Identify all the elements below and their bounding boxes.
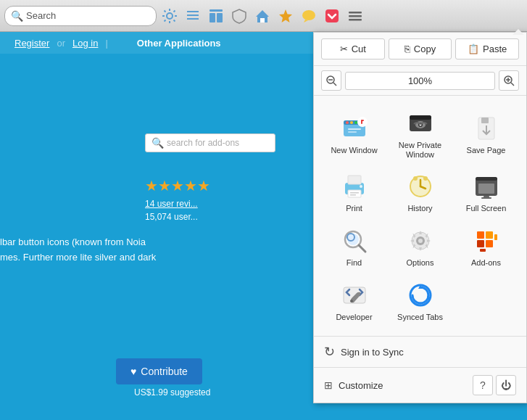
- customize-button[interactable]: ⊞ Customize: [324, 379, 467, 391]
- search-icon: 🔍: [11, 10, 23, 22]
- print-label: Print: [346, 204, 362, 213]
- search-addon-box[interactable]: 🔍 search for add-ons: [145, 133, 275, 152]
- svg-point-69: [350, 300, 353, 302]
- toolbar-chat-icon[interactable]: [299, 6, 319, 26]
- menu-edit-row: ✂ Cut ⎘ Copy 📋 Paste: [314, 33, 526, 66]
- description-line1: lbar button icons (known from Noia: [0, 235, 156, 250]
- find-label: Find: [347, 258, 362, 268]
- menu-item-history[interactable]: History: [387, 165, 453, 220]
- search-addon-placeholder: search for add-ons: [167, 138, 239, 148]
- svg-rect-2: [187, 15, 199, 16]
- contribute-label: Contribute: [141, 366, 188, 377]
- nav-other-apps[interactable]: Other Applications: [137, 38, 221, 49]
- svg-rect-27: [348, 131, 357, 133]
- svg-point-9: [302, 10, 315, 20]
- svg-rect-3: [187, 18, 199, 20]
- svg-rect-30: [361, 120, 362, 124]
- save-page-label: Save Page: [467, 146, 506, 155]
- svg-rect-13: [349, 19, 362, 21]
- paste-label: Paste: [483, 44, 507, 54]
- svg-line-15: [333, 83, 336, 86]
- review-link[interactable]: 14 user revi...: [145, 199, 198, 209]
- user-count: 15,074 user...: [145, 212, 198, 222]
- toolbar-list-icon[interactable]: [183, 6, 203, 26]
- signin-icon: ↻: [324, 344, 335, 360]
- contribute-price: US$1.99 suggested: [134, 387, 210, 398]
- zoom-value: 100%: [345, 72, 495, 90]
- menu-item-options[interactable]: Options: [387, 220, 453, 274]
- search-addon-icon: 🔍: [152, 137, 164, 149]
- menu-item-find[interactable]: Find: [321, 220, 387, 274]
- menu-item-new-private-window[interactable]: New Private Window: [387, 103, 453, 165]
- menu-item-synced-tabs[interactable]: Synced Tabs: [387, 274, 453, 329]
- svg-rect-40: [348, 176, 361, 184]
- svg-point-25: [354, 121, 357, 124]
- nav-pipe: |: [105, 38, 107, 49]
- synced-tabs-icon: [406, 281, 435, 310]
- full-screen-label: Full Screen: [466, 204, 507, 213]
- menu-customize-row: ⊞ Customize ? ⏻: [314, 368, 526, 403]
- svg-rect-63: [486, 231, 493, 239]
- zoom-out-button[interactable]: [321, 70, 341, 91]
- synced-tabs-label: Synced Tabs: [397, 313, 443, 322]
- menu-arrow: [513, 29, 524, 35]
- svg-rect-42: [350, 192, 359, 194]
- menu-zoom-row: 100%: [314, 66, 526, 96]
- signin-label: Sign in to Sync: [341, 347, 404, 358]
- svg-rect-62: [477, 231, 484, 239]
- cut-icon: ✂: [340, 44, 348, 54]
- history-label: History: [407, 204, 432, 213]
- menu-item-new-window[interactable]: New Window: [321, 103, 387, 165]
- contribute-button[interactable]: ♥ Contribute: [116, 358, 202, 384]
- svg-marker-8: [279, 9, 292, 22]
- menu-item-print[interactable]: Print: [321, 165, 387, 220]
- nav-login[interactable]: Log in: [72, 38, 98, 49]
- svg-rect-1: [187, 11, 199, 12]
- svg-point-24: [350, 121, 353, 124]
- menu-item-save-page[interactable]: Save Page: [453, 103, 519, 165]
- nav-or: or: [57, 38, 65, 49]
- svg-rect-37: [481, 118, 489, 123]
- copy-icon: ⎘: [404, 44, 410, 54]
- paste-button[interactable]: 📋 Paste: [455, 38, 519, 59]
- svg-rect-65: [486, 240, 493, 247]
- menu-grid: New Window New Private Window: [314, 96, 526, 337]
- cut-button[interactable]: ✂ Cut: [321, 38, 385, 59]
- toolbar-shield-icon[interactable]: [229, 6, 249, 26]
- toolbar-layout-icon[interactable]: [206, 6, 226, 26]
- quit-button[interactable]: ⏻: [496, 375, 516, 395]
- cut-label: Cut: [352, 44, 366, 54]
- print-icon: [340, 172, 369, 201]
- svg-line-18: [511, 83, 514, 86]
- svg-point-49: [423, 176, 428, 181]
- customize-label: Customize: [339, 380, 383, 391]
- menu-item-add-ons[interactable]: Add-ons: [453, 220, 519, 274]
- toolbar-home-icon[interactable]: [252, 6, 273, 26]
- menu-item-full-screen[interactable]: Full Screen: [453, 165, 519, 220]
- toolbar-pocket-icon[interactable]: [322, 6, 342, 26]
- menu-item-developer[interactable]: Developer: [321, 274, 387, 329]
- help-button[interactable]: ?: [473, 375, 493, 395]
- developer-icon: [340, 281, 369, 310]
- customize-icon: ⊞: [324, 379, 333, 391]
- copy-button[interactable]: ⎘ Copy: [389, 38, 452, 59]
- developer-label: Developer: [336, 313, 372, 322]
- description-line2: mes. Further more lite silver and dark: [0, 250, 156, 265]
- svg-rect-11: [349, 12, 362, 14]
- toolbar-gear-icon[interactable]: [159, 6, 180, 26]
- new-private-window-icon: [406, 109, 435, 138]
- search-box[interactable]: 🔍 Search: [4, 6, 157, 26]
- new-window-icon: [340, 114, 369, 143]
- zoom-in-button[interactable]: [499, 70, 519, 91]
- rating-stars: ★★★★★: [145, 177, 210, 194]
- nav-register[interactable]: Register: [14, 38, 49, 49]
- add-ons-label: Add-ons: [471, 258, 501, 268]
- toolbar-star-icon[interactable]: [275, 6, 296, 26]
- toolbar-menu-icon[interactable]: [345, 6, 365, 26]
- menu-signin-row[interactable]: ↻ Sign in to Sync: [314, 337, 526, 368]
- svg-point-48: [413, 176, 418, 181]
- svg-rect-26: [348, 128, 361, 130]
- paste-icon: 📋: [468, 44, 479, 54]
- options-label: Options: [407, 258, 434, 268]
- svg-rect-4: [209, 9, 223, 12]
